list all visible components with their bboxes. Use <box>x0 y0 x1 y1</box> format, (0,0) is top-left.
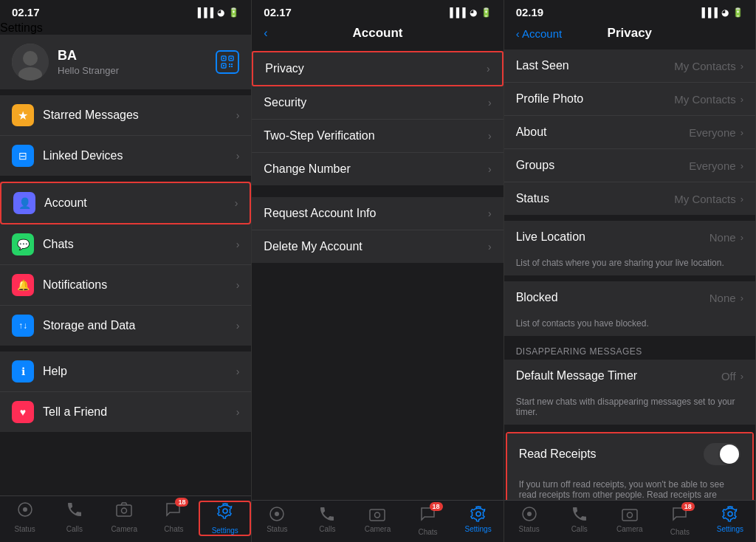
status-tab-icon <box>16 501 34 523</box>
privacy-item[interactable]: Privacy › <box>252 51 503 86</box>
settings-tab-label-3: Settings <box>717 525 743 533</box>
tab-status-3[interactable]: Status <box>504 505 554 536</box>
groups-item[interactable]: Groups Everyone › <box>504 149 755 182</box>
tab-settings-2[interactable]: Settings <box>453 505 504 536</box>
chevron-icon: › <box>740 61 743 72</box>
chats-label: Chats <box>43 238 236 251</box>
svg-point-22 <box>476 512 481 516</box>
chevron-icon: › <box>236 366 240 377</box>
live-location-value: None <box>709 231 736 244</box>
status-icons-2: ▐▐▐ ◕ 🔋 <box>447 7 492 18</box>
chats-tab-icon-2: 18 <box>419 505 437 526</box>
calls-tab-icon <box>66 501 83 523</box>
read-receipts-subtext: If you turn off read receipts, you won't… <box>507 475 752 500</box>
tab-calls-3[interactable]: Calls <box>554 505 605 536</box>
read-receipts-label: Read Receipts <box>519 447 704 461</box>
back-button-2[interactable]: ‹ <box>264 27 267 40</box>
chats-badge: 18 <box>175 498 188 507</box>
tab-settings-3[interactable]: Settings <box>705 505 755 536</box>
about-item[interactable]: About Everyone › <box>504 116 755 149</box>
read-receipts-toggle[interactable] <box>704 443 740 465</box>
signal-icon: ▐▐▐ <box>698 7 718 18</box>
tell-friend-item[interactable]: ♥ Tell a Friend › <box>0 392 251 432</box>
tab-chats-3[interactable]: 18 Chats <box>655 505 705 536</box>
signal-icon: ▐▐▐ <box>447 7 466 18</box>
linked-devices-icon: ⊟ <box>12 145 34 167</box>
tab-camera[interactable]: Camera <box>100 501 149 536</box>
tab-status-2[interactable]: Status <box>252 505 302 536</box>
blocked-subtext: List of contacts you have blocked. <box>504 314 755 336</box>
tab-settings[interactable]: Settings <box>199 501 251 536</box>
privacy-label: Privacy <box>265 62 487 75</box>
delete-account-item[interactable]: Delete My Account › <box>252 230 503 263</box>
about-label: About <box>516 126 690 139</box>
svg-point-1 <box>23 51 38 66</box>
chevron-icon: › <box>236 320 240 332</box>
profile-row[interactable]: BA Hello Stranger <box>0 35 251 89</box>
live-location-item[interactable]: Live Location None › <box>504 221 755 253</box>
live-location-subtext: List of chats where you are sharing your… <box>504 253 755 275</box>
svg-rect-10 <box>231 64 233 65</box>
blocked-item[interactable]: Blocked None › <box>504 281 755 314</box>
back-button-3[interactable]: ‹ Account <box>516 27 563 40</box>
storage-item[interactable]: ↑↓ Storage and Data › <box>0 306 251 346</box>
tab-calls[interactable]: Calls <box>49 501 99 536</box>
two-step-label: Two-Step Verification <box>264 129 488 143</box>
camera-tab-icon <box>115 501 133 523</box>
chevron-icon: › <box>740 127 743 138</box>
groups-label: Groups <box>516 159 690 172</box>
chats-tab-icon: 18 <box>165 501 182 523</box>
svg-rect-11 <box>229 66 230 67</box>
change-number-item[interactable]: Change Number › <box>252 153 503 185</box>
security-label: Security <box>264 96 488 109</box>
status-time-2: 02.17 <box>264 6 292 18</box>
tab-camera-3[interactable]: Camera <box>605 505 655 536</box>
calls-tab-label-2: Calls <box>319 525 335 533</box>
privacy-group-1: Last Seen My Contacts › Profile Photo My… <box>504 49 755 215</box>
starred-messages-item[interactable]: ★ Starred Messages › <box>0 95 251 136</box>
status-value: My Contacts <box>674 193 735 205</box>
tab-calls-2[interactable]: Calls <box>302 505 352 536</box>
profile-name: BA <box>58 48 216 64</box>
tab-chats[interactable]: 18 Chats <box>149 501 199 536</box>
chats-tab-label-2: Chats <box>418 528 437 536</box>
chevron-icon: › <box>488 241 492 253</box>
tab-camera-2[interactable]: Camera <box>352 505 402 536</box>
settings-tab-label-2: Settings <box>465 525 492 533</box>
status-item[interactable]: Status My Contacts › <box>504 182 755 215</box>
account-section-2: Request Account Info › Delete My Account… <box>252 197 503 263</box>
chevron-icon: › <box>488 207 492 219</box>
signal-icon: ▐▐▐ <box>195 7 214 18</box>
account-item[interactable]: 👤 Account › <box>0 182 251 224</box>
chats-item[interactable]: 💬 Chats › <box>0 224 251 265</box>
calls-tab-label: Calls <box>66 525 83 533</box>
read-receipts-row[interactable]: Read Receipts <box>507 433 752 475</box>
two-step-item[interactable]: Two-Step Verification › <box>252 120 503 153</box>
status-tab-label-2: Status <box>267 525 287 533</box>
linked-devices-item[interactable]: ⊟ Linked Devices › <box>0 136 251 176</box>
chevron-icon: › <box>488 97 492 109</box>
status-label: Status <box>516 192 675 205</box>
tab-chats-2[interactable]: 18 Chats <box>403 505 453 536</box>
linked-devices-label: Linked Devices <box>43 149 236 162</box>
chats-tab-label: Chats <box>164 525 183 533</box>
last-seen-item[interactable]: Last Seen My Contacts › <box>504 49 755 83</box>
request-info-label: Request Account Info <box>264 207 488 220</box>
svg-point-17 <box>223 509 227 513</box>
help-item[interactable]: ℹ Help › <box>0 351 251 392</box>
tab-status[interactable]: Status <box>0 501 49 536</box>
profile-photo-item[interactable]: Profile Photo My Contacts › <box>504 83 755 116</box>
qr-icon[interactable] <box>216 50 239 74</box>
message-timer-item[interactable]: Default Message Timer Off › <box>504 360 755 392</box>
request-info-item[interactable]: Request Account Info › <box>252 197 503 230</box>
chevron-icon: › <box>236 406 240 418</box>
svg-rect-9 <box>229 64 230 65</box>
settings-tab-icon <box>216 502 234 524</box>
status-tab-label: Status <box>14 525 35 533</box>
status-tab-label-3: Status <box>519 525 540 533</box>
groups-value: Everyone <box>689 159 735 172</box>
security-item[interactable]: Security › <box>252 86 503 120</box>
notifications-item[interactable]: 🔔 Notifications › <box>0 265 251 306</box>
panel2-account: 02.17 ▐▐▐ ◕ 🔋 ‹ Account Privacy › Securi… <box>252 0 504 542</box>
svg-rect-8 <box>223 65 224 66</box>
